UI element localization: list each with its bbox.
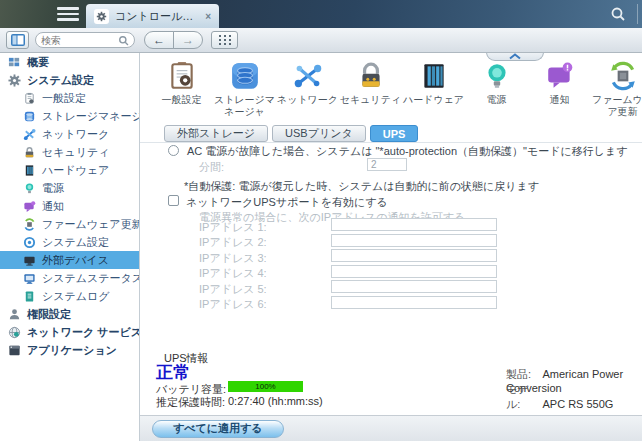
sidebar-item-label: ファームウェア更新 — [42, 217, 140, 232]
ups-settings-pane: AC 電源が故障した場合、システムは "*auto-protection（自動保… — [140, 142, 642, 415]
sidebar-item-overview[interactable]: 概要 — [0, 53, 139, 71]
sidebar-item-label: 外部デバイス — [42, 253, 109, 268]
hamburger-menu-icon[interactable] — [57, 7, 79, 21]
window-tab-control-panel[interactable]: コントロール… × — [86, 4, 219, 28]
tab-ups[interactable]: UPS — [370, 125, 419, 142]
window-tab-label: コントロール… — [115, 9, 193, 24]
sidebar-item-hardware[interactable]: ハードウェア — [0, 161, 139, 179]
sidebar-item-permission-settings[interactable]: 権限設定 — [0, 305, 139, 323]
network-ups-checkbox[interactable] — [168, 195, 179, 206]
sidebar-item-label: 電源 — [42, 181, 64, 196]
product-label: 製品: — [506, 367, 540, 382]
network-icon — [293, 61, 323, 91]
content-panel: 一般設定 ストレージマネージャ ネットワーク セキュリティ ハードウェア 電源 — [140, 53, 642, 441]
search-input[interactable] — [41, 35, 113, 46]
notification-icon — [545, 61, 575, 91]
close-icon[interactable]: × — [205, 11, 211, 22]
sidebar-item-power[interactable]: 電源 — [0, 179, 139, 197]
minutes-input[interactable] — [367, 158, 407, 171]
back-button[interactable]: ← — [144, 31, 174, 49]
overview-icon — [8, 56, 21, 69]
sidebar-item-label: ネットワーク サービス — [27, 325, 140, 340]
sidebar-item-general-settings[interactable]: 一般設定 — [0, 89, 139, 107]
ribbon-item-firmware-update[interactable]: ファームウェア更新 — [591, 61, 642, 125]
ip-address-6-input[interactable] — [331, 296, 497, 309]
tab-external-storage[interactable]: 外部ストレージ — [164, 125, 268, 142]
sidebar-toggle-button[interactable] — [6, 31, 29, 49]
ribbon-item-network[interactable]: ネットワーク — [276, 61, 339, 125]
ip-address-4-input[interactable] — [331, 265, 497, 278]
panel-layout-icon — [11, 34, 25, 46]
sidebar-item-firmware-update[interactable]: ファームウェア更新 — [0, 215, 139, 233]
sidebar-item-network-services[interactable]: ネットワーク サービス — [0, 323, 139, 341]
toolbar: ← → — [0, 28, 642, 53]
global-search-icon[interactable] — [610, 6, 626, 26]
sidebar-item-security[interactable]: セキュリティ — [0, 143, 139, 161]
sidebar-item-system-log[interactable]: システムログ — [0, 287, 139, 305]
tab-usb-printer[interactable]: USBプリンタ — [272, 125, 366, 142]
auto-protection-radio[interactable] — [168, 145, 179, 156]
ip-address-3-input[interactable] — [331, 249, 497, 262]
ribbon-item-power[interactable]: 電源 — [465, 61, 528, 125]
sidebar-item-applications[interactable]: アプリケーション — [0, 341, 139, 359]
footer-bar: すべてに適用する — [140, 415, 642, 441]
minutes-label: 分間: — [199, 160, 224, 175]
sidebar-item-system-config[interactable]: システム設定 — [0, 233, 139, 251]
ip-address-2-input[interactable] — [331, 234, 497, 247]
sidebar-item-label: セキュリティ — [42, 145, 110, 160]
sidebar-item-label: 通知 — [42, 199, 64, 214]
ip-address-1-input[interactable] — [331, 218, 497, 231]
sidebar-item-label: システムログ — [42, 289, 110, 304]
sidebar-item-notification[interactable]: 通知 — [0, 197, 139, 215]
tab-label: UPS — [383, 128, 406, 140]
monitor-icon — [23, 272, 36, 285]
topbar-divider — [637, 4, 638, 24]
app-grid-button[interactable] — [211, 31, 238, 49]
ribbon-item-notification[interactable]: 通知 — [528, 61, 591, 125]
sidebar-item-external-device[interactable]: 外部デバイス — [0, 251, 139, 269]
sidebar-item-label: システムステータス — [42, 271, 140, 286]
protection-time-value: 0:27:40 (hh:mm:ss) — [228, 395, 323, 407]
sidebar-nav: 概要 システム設定 一般設定 ストレージマネージャ ネットワーク セキュリティ … — [0, 53, 140, 441]
sidebar-item-label: 権限設定 — [27, 307, 71, 322]
battery-capacity-bar: 100% — [228, 381, 303, 392]
clipboard-icon — [23, 92, 36, 105]
apply-all-button[interactable]: すべてに適用する — [152, 420, 284, 438]
app-window-icon — [8, 344, 21, 357]
ribbon-item-hardware[interactable]: ハードウェア — [402, 61, 465, 125]
model-label: モデル: — [506, 382, 540, 412]
general-settings-icon — [167, 61, 197, 91]
back-arrow-icon: ← — [153, 33, 165, 47]
ribbon-item-general-settings[interactable]: 一般設定 — [150, 61, 213, 125]
search-field[interactable] — [35, 32, 135, 48]
ribbon-item-storage-manager[interactable]: ストレージマネージャ — [213, 61, 276, 125]
forward-button[interactable]: → — [173, 31, 203, 49]
ip-address-5-input[interactable] — [331, 280, 497, 293]
ip-address-6-label: IPアドレス 6: — [199, 297, 267, 312]
protection-time-label: 推定保護時間: — [156, 395, 225, 410]
tab-bar: 外部ストレージ USBプリンタ UPS — [164, 125, 418, 142]
ribbon-item-label: ハードウェア — [403, 94, 464, 106]
ip-address-1-label: IPアドレス 1: — [199, 220, 267, 235]
sidebar-item-label: アプリケーション — [27, 343, 117, 358]
bulb-icon — [23, 182, 36, 195]
collapse-ribbon-button[interactable] — [486, 53, 544, 61]
search-icon — [118, 35, 129, 46]
top-bar: コントロール… × — [0, 0, 642, 28]
sidebar-item-storage-manager[interactable]: ストレージマネージャ — [0, 107, 139, 125]
sidebar-item-network[interactable]: ネットワーク — [0, 125, 139, 143]
battery-percent-text: 100% — [255, 382, 275, 391]
sidebar-item-label: システム設定 — [42, 235, 109, 250]
ip-address-3-label: IPアドレス 3: — [199, 251, 267, 266]
ribbon-item-label: ネットワーク — [277, 94, 338, 106]
ribbon-item-label: 電源 — [487, 94, 507, 106]
ups-status-text: 正常 — [156, 361, 190, 384]
sidebar-item-system-settings[interactable]: システム設定 — [0, 71, 139, 89]
ribbon-item-security[interactable]: セキュリティ — [339, 61, 402, 125]
log-document-icon — [23, 290, 36, 303]
sidebar-item-system-status[interactable]: システムステータス — [0, 269, 139, 287]
ip-address-4-label: IPアドレス 4: — [199, 266, 267, 281]
auto-protection-radio-label: AC 電源が故障した場合、システムは "*auto-protection（自動保… — [187, 144, 627, 159]
model-value: APC RS 550G — [542, 398, 613, 410]
chevron-up-icon — [508, 53, 522, 60]
